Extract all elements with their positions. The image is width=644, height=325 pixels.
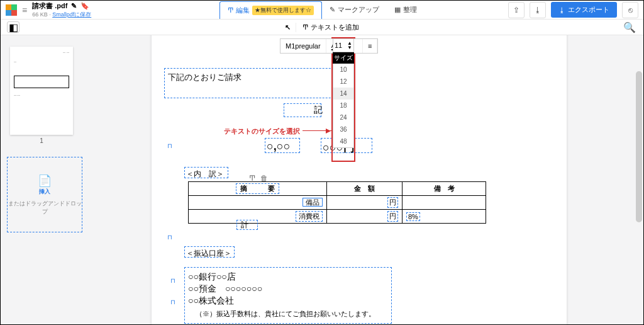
size-option[interactable]: 10	[333, 64, 353, 76]
cell-kei[interactable]: 計	[241, 220, 248, 231]
text-icon: Ͳ	[228, 6, 233, 14]
share-icon[interactable]: ⇪	[508, 2, 525, 18]
svg-rect-1	[11, 4, 17, 10]
doc-bank3[interactable]: ○○株式会社	[188, 295, 234, 307]
size-option[interactable]: 36	[333, 123, 353, 135]
tab-markup[interactable]: ✎ マークアップ	[322, 1, 387, 18]
add-text-label[interactable]: テキストを追加	[311, 23, 359, 32]
font-toolbar: M1pregular A ≡	[280, 38, 378, 54]
mode-tabs: Ͳ 編集 ★無料で使用します☆ ✎ マークアップ ▦ 整理	[219, 1, 425, 20]
anchor-icon: ⊓	[167, 234, 171, 240]
svg-rect-2	[6, 10, 11, 16]
secondary-toolbar: ◧ ↖ Ͳ テキストを追加 🔍	[1, 20, 643, 35]
size-option[interactable]: 18	[333, 100, 353, 111]
align-button[interactable]: ≡	[363, 39, 377, 53]
edit-tools: ↖ Ͳ テキストを追加	[285, 23, 359, 32]
breakdown-table[interactable]: 摘 要 金 額 備 考 備品 円 消費税 円 8%	[188, 181, 486, 224]
app-header: ≡ 請求書 .pdf ✎ 🔖 66 KB · Smallpdfに保存 Ͳ 編集 …	[1, 1, 643, 20]
anchor-icon: ⊓	[170, 299, 174, 305]
menu-icon[interactable]: ≡	[22, 5, 27, 15]
doc-bank2[interactable]: ○○預金 ○○○○○○○	[188, 283, 262, 295]
header-actions: ⇪ ⭳ ⭳ エクスポート ⎋	[508, 2, 638, 18]
font-name-select[interactable]: M1pregular	[280, 39, 326, 53]
cell-bihin[interactable]: 備品	[303, 198, 323, 207]
bookmark-icon[interactable]: 🔖	[80, 2, 89, 10]
size-option[interactable]: 24	[333, 111, 353, 123]
size-option[interactable]: 14	[333, 88, 353, 100]
account-icon[interactable]: ⎋	[622, 2, 638, 18]
cell-yen[interactable]: 円	[387, 197, 398, 208]
tab-markup-label: マークアップ	[338, 5, 379, 14]
search-icon[interactable]: 🔍	[623, 21, 636, 33]
col-tekiyo: 摘 要	[236, 183, 279, 194]
svg-rect-0	[6, 4, 11, 10]
stepper-icon[interactable]: ▲▼	[347, 41, 352, 50]
document-canvas[interactable]: 下記のとおりご請求 記 ○,○○ ○○○円 ＜内 訳＞ 摘 要 金 額 備 考 …	[82, 35, 643, 324]
size-options: 10 12 14 18 24 36 48	[333, 64, 354, 148]
font-size-value: 11	[335, 42, 342, 49]
page-number: 1	[7, 137, 76, 144]
delete-icon[interactable]: 🗑	[260, 174, 268, 183]
file-info: 請求書 .pdf ✎ 🔖 66 KB · Smallpdfに保存	[32, 1, 91, 19]
edit-name-icon[interactable]: ✎	[71, 2, 77, 10]
arrow-icon	[303, 130, 333, 131]
instruction-callout: テキストのサイズを選択	[224, 127, 300, 136]
insert-sub-label: またはドラッグアンドドロップ	[8, 200, 82, 216]
selection-toolbar: Ͳ 🗑	[249, 174, 268, 183]
insert-page-dropzone[interactable]: 📄 挿入 またはドラッグアンドドロップ	[7, 157, 82, 232]
file-size: 66 KB	[32, 11, 48, 18]
export-label: エクスポート	[568, 5, 609, 14]
page-sidebar: .... .... .... ......... 1 📄 挿入 またはドラッグア…	[1, 35, 82, 324]
font-name-label: M1pregular	[286, 42, 321, 50]
anchor-icon: ⊓	[170, 277, 174, 283]
add-text-icon[interactable]: Ͳ	[303, 23, 308, 31]
font-size-input[interactable]: 11 ▲▼	[333, 38, 354, 52]
doc-bank1[interactable]: ○○銀行○○店	[188, 271, 236, 283]
insert-icon: 📄	[38, 174, 52, 188]
export-button[interactable]: ⭳ エクスポート	[551, 2, 617, 18]
doc-text[interactable]: 記	[314, 105, 323, 116]
file-name: 請求書 .pdf	[32, 1, 67, 11]
cell-pct[interactable]: 8%	[406, 212, 420, 221]
tab-edit-label: 編集	[236, 6, 250, 15]
tab-organize[interactable]: ▦ 整理	[387, 1, 425, 18]
tab-organize-label: 整理	[403, 5, 417, 14]
tab-edit[interactable]: Ͳ 編集 ★無料で使用します☆	[219, 1, 322, 19]
grid-icon: ▦	[394, 6, 401, 14]
col-bikou: 備 考	[434, 185, 455, 192]
anchor-icon: ⊓	[167, 142, 171, 149]
cursor-icon[interactable]: ↖	[285, 23, 291, 31]
cell-tax[interactable]: 消費税	[296, 211, 323, 222]
size-option[interactable]: 12	[333, 76, 353, 88]
font-size-dropdown: 11 ▲▼ サイズ 10 12 14 18 24 36 48	[333, 38, 354, 148]
sidebar-toggle-icon[interactable]: ◧	[7, 21, 19, 33]
app-logo-icon	[6, 4, 17, 16]
insert-label: 挿入	[39, 188, 50, 196]
free-badge: ★無料で使用します☆	[252, 6, 314, 15]
doc-bank-note[interactable]: （※）振込手数料は、貴社にてご負担お願いいたします。	[196, 309, 375, 319]
text-tool-icon[interactable]: Ͳ	[249, 174, 255, 183]
size-option[interactable]: 48	[333, 135, 353, 147]
vertical-scrollbar[interactable]	[636, 71, 642, 222]
col-kingaku: 金 額	[354, 185, 375, 192]
size-header: サイズ	[333, 52, 354, 64]
download-icon[interactable]: ⭳	[530, 2, 546, 18]
markup-icon: ✎	[330, 6, 335, 14]
save-link[interactable]: Smallpdfに保存	[52, 11, 91, 18]
svg-rect-3	[11, 10, 17, 16]
cell-yen2[interactable]: 円	[387, 211, 398, 222]
pdf-page: 下記のとおりご請求 記 ○,○○ ○○○円 ＜内 訳＞ 摘 要 金 額 備 考 …	[152, 35, 567, 324]
doc-text[interactable]: 下記のとおりご請求	[168, 72, 242, 83]
page-thumbnail[interactable]: .... .... .... .........	[10, 47, 73, 135]
